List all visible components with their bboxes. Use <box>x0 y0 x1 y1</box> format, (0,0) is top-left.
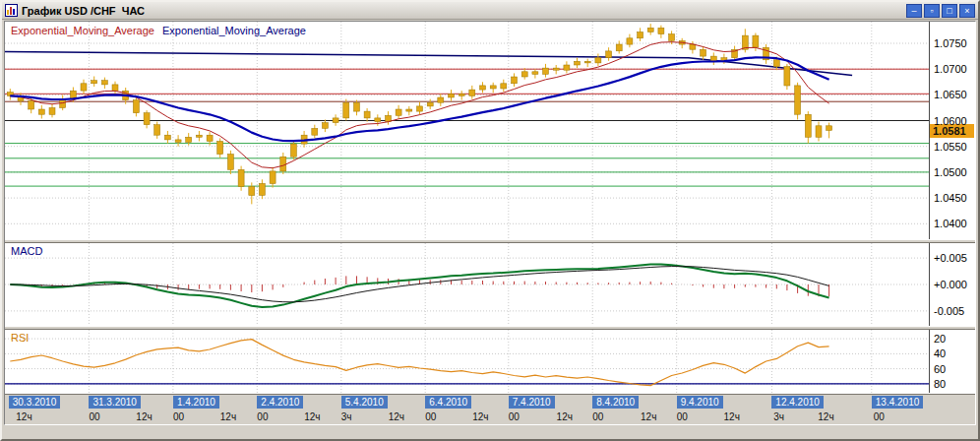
x-axis-date-label: 8.4.2010 <box>592 396 639 409</box>
x-axis-time-label: 12ч <box>724 411 740 422</box>
scale-label: -0.005 <box>934 305 964 317</box>
x-axis-date-label: 30.3.2010 <box>9 396 61 409</box>
rsi-plot[interactable]: RSI <box>5 330 929 393</box>
x-axis-time-label: 12ч <box>641 411 656 422</box>
scale-label: 1.0500 <box>934 166 967 178</box>
window-minimize-button[interactable]: – <box>906 4 922 18</box>
date-labels-row[interactable]: 30.3.201031.3.20101.4.20102.4.20105.4.20… <box>5 395 975 410</box>
x-axis-time-label: 12ч <box>389 411 404 422</box>
indicator-labels: Exponential_Moving_Average Exponential_M… <box>11 25 306 36</box>
scale-label: 40 <box>934 347 946 359</box>
x-axis-time-label: 12ч <box>557 411 573 422</box>
window-maximize-button[interactable]: □ <box>942 4 957 18</box>
macd-indicator-label: MACD <box>11 245 42 257</box>
chart-window-icon <box>5 4 18 17</box>
scale-label: 1.0750 <box>934 37 967 49</box>
ema-slow-label: Exponential_Moving_Average <box>162 25 306 36</box>
scale-label: 1.0650 <box>934 89 967 100</box>
x-axis-date-label: 1.4.2010 <box>173 396 219 409</box>
macd-plot[interactable]: MACD <box>5 243 929 326</box>
x-axis-time-label: 00 <box>677 411 688 422</box>
scale-label: 20 <box>934 333 946 345</box>
scale-label: 1.0400 <box>934 218 967 229</box>
x-axis-time-label: 12ч <box>16 411 31 422</box>
macd-scale[interactable]: +0.005+0.000-0.005 <box>929 243 975 326</box>
x-axis-time-label: 3ч <box>341 411 352 422</box>
x-axis-time-label: 00 <box>173 411 184 422</box>
x-axis-date-label: 31.3.2010 <box>89 396 141 409</box>
x-axis-time-label: 00 <box>592 411 603 422</box>
rsi-pane: RSI 80604020 <box>5 330 975 393</box>
scale-label: 60 <box>934 363 946 375</box>
x-axis-date-label: 9.4.2010 <box>677 396 723 409</box>
window-buttons: – ▫ □ × <box>906 4 975 18</box>
x-axis-time-label: 12ч <box>472 411 488 422</box>
x-axis-time-label: 12ч <box>136 411 152 422</box>
scale-label: 1.0550 <box>934 141 967 153</box>
rsi-indicator-label: RSI <box>11 332 29 344</box>
scale-label: +0.005 <box>934 252 967 264</box>
x-axis-date-label: 6.4.2010 <box>425 396 471 409</box>
ema-fast-label: Exponential_Moving_Average <box>11 25 154 36</box>
scale-label: 1.0600 <box>934 115 967 127</box>
x-axis-time-label: 00 <box>89 411 99 422</box>
x-axis-date-label: 12.4.2010 <box>771 396 824 409</box>
price-pane: Exponential_Moving_Average Exponential_M… <box>5 22 975 239</box>
price-scale[interactable]: 1.0581 1.07501.07001.06501.06001.05501.0… <box>929 22 975 239</box>
x-axis-time-label: 00 <box>874 411 885 422</box>
x-axis-time-label: 12ч <box>220 411 236 422</box>
time-labels-row[interactable]: 12ч0012ч0012ч0012ч3ч12ч0012ч0012ч0012ч00… <box>5 410 975 424</box>
x-axis-date-label: 5.4.2010 <box>341 396 388 409</box>
rsi-scale[interactable]: 80604020 <box>929 330 975 393</box>
x-axis-time-label: 00 <box>509 411 520 422</box>
window-close-button[interactable]: × <box>959 4 975 18</box>
x-axis-date-label: 7.4.2010 <box>509 396 555 409</box>
x-axis-time-label: 00 <box>257 411 268 422</box>
x-axis-time-label: 3ч <box>773 411 784 422</box>
x-axis-time-label: 00 <box>425 411 436 422</box>
scale-label: 1.0450 <box>934 192 967 204</box>
window-restore-button[interactable]: ▫ <box>924 4 940 18</box>
x-axis-date-label: 13.4.2010 <box>872 396 924 409</box>
x-axis-time-label: 12ч <box>818 411 833 422</box>
window-title: График USD /CHF ЧАС <box>22 5 145 17</box>
scale-label: +0.000 <box>934 279 967 290</box>
x-axis-time-label: 12ч <box>304 411 320 422</box>
window-titlebar[interactable]: График USD /CHF ЧАС – ▫ □ × <box>2 2 978 20</box>
chart-client-area: Exponential_Moving_Average Exponential_M… <box>4 21 976 425</box>
x-axis-date-label: 2.4.2010 <box>257 396 303 409</box>
price-chart-plot[interactable]: Exponential_Moving_Average Exponential_M… <box>5 22 929 239</box>
macd-pane: MACD +0.005+0.000-0.005 <box>5 243 975 326</box>
chart-window: График USD /CHF ЧАС – ▫ □ × Exponential_… <box>0 0 980 441</box>
scale-label: 1.0700 <box>934 63 967 75</box>
scale-label: 80 <box>934 378 946 390</box>
